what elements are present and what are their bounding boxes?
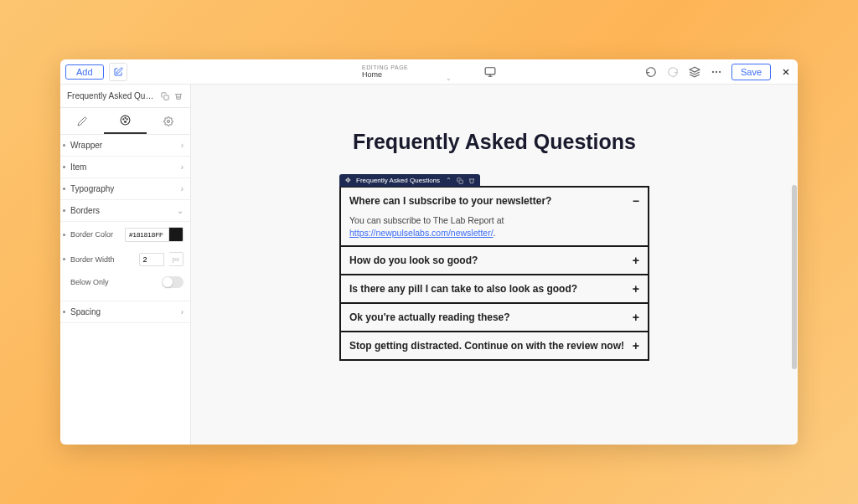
border-color-swatch[interactable] — [168, 227, 183, 242]
delete-block-button[interactable] — [173, 91, 183, 101]
block-floating-toolbar: ✥ Frequently Asked Questions ⌃ — [339, 174, 480, 187]
faq-accordion: Where can I subscribe to your newsletter… — [339, 186, 649, 361]
chevron-down-icon: ⌄ — [446, 75, 452, 82]
chevron-right-icon: › — [181, 141, 183, 150]
tab-settings[interactable] — [147, 108, 190, 134]
canvas[interactable]: Frequently Asked Questions ✥ Frequently … — [191, 85, 798, 445]
faq-block[interactable]: Frequently Asked Questions ✥ Frequently … — [339, 130, 649, 445]
section-spacing[interactable]: Spacing › — [60, 301, 190, 323]
redo-button[interactable] — [666, 65, 680, 79]
page-selector-dropdown[interactable]: EDITING PAGE Home — [362, 64, 446, 79]
svg-point-6 — [719, 70, 721, 72]
section-borders[interactable]: Borders ⌄ — [60, 200, 190, 222]
faq-item: Ok you're actually reading these? + — [341, 304, 648, 332]
panel-divider — [60, 293, 190, 301]
border-width-input[interactable] — [139, 253, 164, 266]
inspector-tabs — [60, 108, 190, 135]
save-button[interactable]: Save — [731, 64, 771, 80]
collapse-icon[interactable]: − — [633, 194, 639, 208]
below-only-toggle[interactable] — [162, 276, 183, 288]
section-item-label: Item — [67, 162, 181, 172]
more-icon — [711, 66, 722, 78]
svg-point-5 — [716, 70, 717, 72]
expand-icon[interactable]: + — [633, 339, 639, 352]
faq-item: Is there any pill I can take to also loo… — [341, 275, 648, 304]
svg-marker-3 — [690, 67, 700, 72]
more-button[interactable] — [710, 65, 723, 79]
expand-icon[interactable]: + — [633, 254, 639, 267]
faq-question-row[interactable]: How do you look so good? + — [349, 254, 639, 267]
svg-rect-15 — [459, 180, 463, 183]
faq-question: Ok you're actually reading these? — [349, 311, 510, 323]
svg-point-10 — [121, 116, 130, 125]
faq-question-row[interactable]: Where can I subscribe to your newsletter… — [349, 194, 639, 208]
copy-icon[interactable] — [457, 177, 463, 184]
selected-block-title: Frequently Asked Quest... — [67, 91, 157, 100]
chevron-right-icon: › — [181, 162, 183, 172]
desktop-device-icon[interactable] — [484, 66, 496, 78]
expand-icon[interactable]: + — [633, 282, 639, 296]
border-color-input[interactable] — [125, 228, 168, 242]
close-icon — [781, 67, 791, 77]
section-item[interactable]: Item › — [60, 157, 190, 178]
trash-icon[interactable] — [468, 177, 475, 184]
svg-point-11 — [123, 119, 124, 120]
faq-answer-link[interactable]: https://newpulselabs.com/newsletter/ — [349, 228, 494, 238]
chevron-up-icon[interactable]: ⌃ — [445, 177, 452, 184]
section-wrapper[interactable]: Wrapper › — [60, 135, 190, 157]
faq-question-row[interactable]: Is there any pill I can take to also loo… — [349, 282, 639, 296]
section-spacing-label: Spacing — [67, 307, 181, 316]
page-selector-label: EDITING PAGE — [362, 64, 446, 70]
selected-block-header: Frequently Asked Quest... — [60, 85, 190, 108]
chevron-right-icon: › — [181, 307, 183, 316]
svg-point-13 — [125, 117, 126, 118]
faq-question: How do you look so good? — [349, 255, 478, 266]
faq-answer-suffix: . — [494, 228, 496, 238]
toolbar-right: Save — [644, 64, 793, 80]
section-typography[interactable]: Typography › — [60, 178, 190, 200]
close-button[interactable] — [779, 65, 793, 79]
faq-answer-text: You can subscribe to The Lab Report at — [349, 215, 504, 225]
toolbar-center: EDITING PAGE Home ⌄ — [362, 64, 496, 79]
faq-answer: You can subscribe to The Lab Report at h… — [349, 214, 639, 239]
faq-title: Frequently Asked Questions — [339, 130, 649, 154]
layers-button[interactable] — [688, 65, 701, 79]
gear-icon — [163, 116, 173, 126]
chevron-right-icon: › — [181, 184, 183, 193]
tab-content[interactable] — [60, 108, 104, 134]
palette-icon — [120, 115, 131, 126]
field-border-width: Border Width px — [60, 247, 190, 271]
inspector-sidebar: Frequently Asked Quest... — [60, 85, 191, 445]
pencil-icon — [77, 116, 87, 126]
below-only-label: Below Only — [67, 278, 157, 286]
border-width-unit: px — [169, 252, 183, 266]
svg-rect-0 — [485, 67, 495, 74]
svg-point-4 — [712, 70, 714, 72]
layers-icon — [689, 66, 700, 78]
redo-icon — [667, 66, 679, 78]
svg-point-14 — [168, 120, 170, 122]
expand-icon[interactable]: + — [633, 311, 639, 324]
edit-icon — [113, 67, 123, 77]
faq-item: Where can I subscribe to your newsletter… — [341, 188, 648, 247]
tab-style[interactable] — [104, 108, 147, 134]
section-borders-label: Borders — [67, 206, 177, 215]
field-border-color: Border Color — [60, 222, 190, 247]
section-wrapper-label: Wrapper — [67, 141, 181, 150]
edit-page-icon-button[interactable] — [109, 63, 127, 81]
svg-point-12 — [127, 119, 127, 120]
faq-question-row[interactable]: Stop getting distracted. Continue on wit… — [349, 339, 639, 352]
scrollbar[interactable] — [792, 185, 797, 369]
undo-button[interactable] — [644, 65, 658, 79]
faq-item: How do you look so good? + — [341, 247, 648, 275]
faq-question-row[interactable]: Ok you're actually reading these? + — [349, 311, 639, 324]
section-typography-label: Typography — [67, 184, 181, 193]
faq-question: Where can I subscribe to your newsletter… — [349, 195, 551, 207]
chevron-down-icon: ⌄ — [177, 206, 183, 215]
border-color-label: Border Color — [67, 230, 120, 239]
duplicate-block-button[interactable] — [160, 91, 170, 101]
svg-rect-9 — [164, 95, 168, 99]
drag-handle-icon[interactable]: ✥ — [344, 177, 351, 184]
add-button[interactable]: Add — [65, 64, 104, 80]
copy-icon — [161, 92, 169, 100]
